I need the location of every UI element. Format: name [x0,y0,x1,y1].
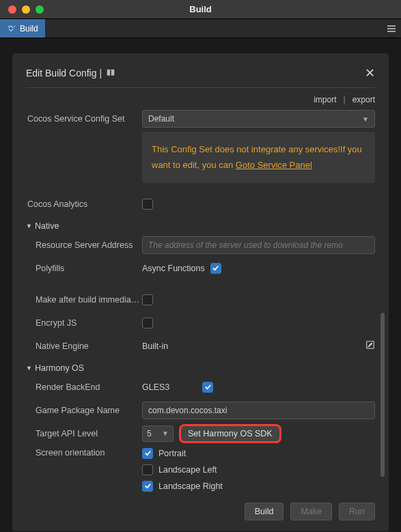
chevron-down-icon: ▼ [26,365,32,372]
section-harmony[interactable]: ▼ Harmony OS [26,363,375,373]
section-native-label: Native [35,221,59,231]
scrollbar[interactable] [381,313,385,518]
orientation-group: Portrait Landscape Left Landscape Right [142,447,223,492]
label-analytics: Cocos Analytics [26,199,142,209]
top-actions: import | export [26,88,375,109]
polyfills-checkbox[interactable] [210,263,221,274]
label-config-set: Cocos Service Config Set [26,114,142,124]
tab-label: Build [20,24,38,33]
row-resource-server: Resource Server Address [26,235,375,255]
label-native-engine: Native Engine [26,341,142,351]
row-encrypt-js: Encrypt JS [26,313,375,333]
row-config-set: Cocos Service Config Set Default ▼ [26,109,375,129]
render-backend-checkbox[interactable] [202,382,213,393]
make-after-checkbox[interactable] [142,294,153,305]
set-harmony-sdk-button[interactable]: Set Harmony OS SDK [179,424,281,443]
chevron-down-icon: ▼ [26,223,32,229]
close-icon[interactable]: ✕ [365,66,375,81]
config-set-value: Default [148,114,174,124]
orientation-portrait: Portrait [142,448,223,459]
chevron-down-icon: ▼ [362,115,369,123]
divider: | [344,95,346,104]
label-resource-server: Resource Server Address [26,240,142,250]
target-api-value: 5 [147,429,152,438]
window-title: Build [189,4,212,14]
row-orientation: Screen orientation Portrait Landscape Le… [26,447,375,492]
window-controls [0,5,44,14]
row-target-api: Target API Level 5 ▼ Set Harmony OS SDK [26,423,375,444]
config-set-select[interactable]: Default ▼ [142,110,375,128]
portrait-checkbox[interactable] [142,448,153,459]
package-name-input[interactable] [142,402,375,419]
encrypt-js-checkbox[interactable] [142,318,153,328]
landscape-right-label: Landscape Right [158,481,223,491]
build-icon [7,24,16,33]
menu-icon[interactable] [382,19,401,38]
scrollbar-thumb[interactable] [381,313,385,477]
orientation-landscape-left: Landscape Left [142,464,223,475]
orientation-landscape-right: Landscape Right [142,481,223,492]
row-native-engine: Native Engine Built-in [26,336,375,356]
import-link[interactable]: import [314,95,336,104]
label-render-backend: Render BackEnd [26,382,142,392]
make-button[interactable]: Make [290,503,332,520]
polyfills-value: Async Functions [142,264,205,273]
tabbar: Build [0,19,401,38]
portrait-label: Portrait [158,449,186,458]
landscape-left-checkbox[interactable] [142,464,153,475]
landscape-right-checkbox[interactable] [142,481,153,492]
label-orientation: Screen orientation [26,447,142,458]
native-engine-value: Built-in [142,341,168,351]
row-make-after: Make after build immedia… [26,290,375,310]
titlebar: Build [0,0,401,19]
goto-service-panel-link[interactable]: Goto Service Panel [236,160,312,170]
render-backend-value: GLES3 [142,382,169,392]
panel-title: Edit Build Config | [26,68,102,79]
label-package-name: Game Package Name [26,406,142,415]
panel-header: Edit Build Config | ✕ [26,66,375,88]
maximize-window-icon[interactable] [36,5,44,14]
target-api-select[interactable]: 5 ▼ [142,425,174,442]
chevron-down-icon: ▼ [162,430,169,437]
config-set-warning: This Config Set does not integrate any s… [142,132,375,183]
book-icon [106,68,115,78]
resource-server-input[interactable] [142,236,375,254]
landscape-left-label: Landscape Left [158,465,217,475]
close-window-icon[interactable] [8,5,16,14]
label-polyfills: Polyfills [26,264,142,273]
minimize-window-icon[interactable] [22,5,30,14]
row-polyfills: Polyfills Async Functions [26,258,375,279]
label-make-after: Make after build immedia… [26,295,142,305]
tab-build[interactable]: Build [0,19,45,38]
section-harmony-label: Harmony OS [35,363,84,373]
row-analytics: Cocos Analytics [26,194,375,214]
row-package-name: Game Package Name [26,400,375,421]
section-native[interactable]: ▼ Native [26,221,375,231]
footer-buttons: Build Make Run [245,503,375,520]
build-button[interactable]: Build [245,503,284,520]
run-button[interactable]: Run [339,503,375,520]
edit-icon[interactable] [365,340,375,352]
export-link[interactable]: export [352,95,375,104]
label-encrypt-js: Encrypt JS [26,318,142,328]
row-render-backend: Render BackEnd GLES3 [26,377,375,397]
analytics-checkbox[interactable] [142,199,153,210]
build-panel: Edit Build Config | ✕ import | export Co… [12,53,389,531]
label-target-api: Target API Level [26,429,142,438]
